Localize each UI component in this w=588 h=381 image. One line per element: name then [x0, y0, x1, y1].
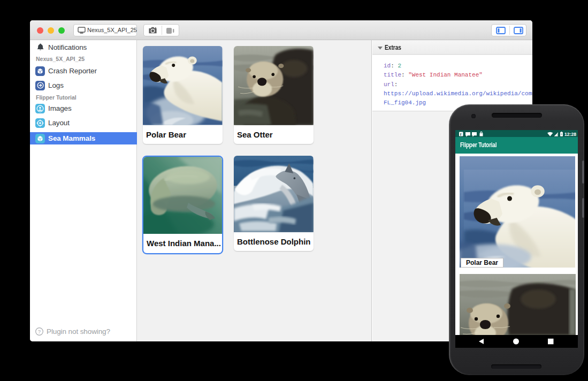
svg-text:?: ?	[38, 329, 41, 334]
svg-text:12:28: 12:28	[564, 132, 576, 137]
